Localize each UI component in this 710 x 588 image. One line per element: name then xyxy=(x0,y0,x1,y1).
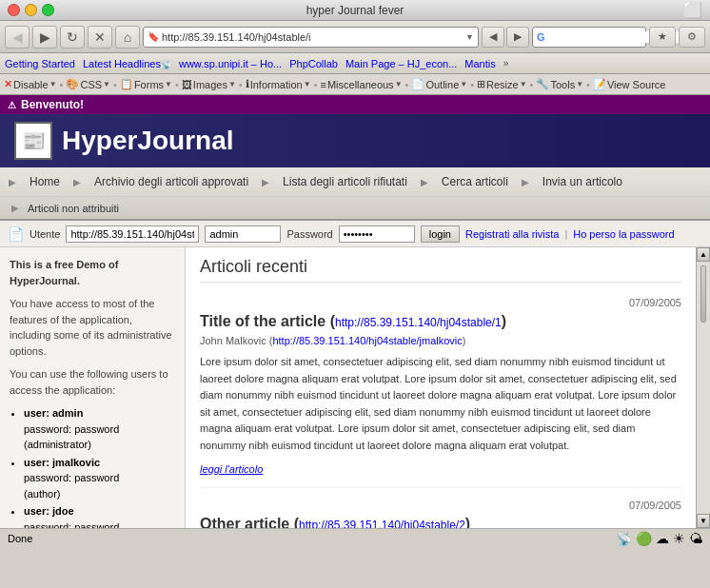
scrollbar[interactable]: ▲ ▼ xyxy=(696,247,710,528)
two-col-layout: This is a free Demo of HyperJournal. You… xyxy=(0,247,710,528)
nav-arrow-5: ▶ xyxy=(518,177,533,187)
rss-status-icon: 📡 xyxy=(616,531,632,546)
nav-bar: ▶ Home ▶ Archivio degli articoli approva… xyxy=(0,167,710,221)
address-icon: 🔖 xyxy=(148,31,159,42)
register-link[interactable]: Registrati alla rivista xyxy=(465,228,559,240)
login-page-icon: 📄 xyxy=(8,226,24,242)
minimize-button[interactable] xyxy=(25,4,37,16)
extensions-bar: ✕ Disable ▼ • 🎨 CSS ▼ • 📋 Forms ▼ • 🖼 Im… xyxy=(0,74,710,95)
bookmark-getting-started[interactable]: Getting Started xyxy=(5,58,75,69)
list-item: user: jmalkovic password: password (auth… xyxy=(24,455,175,502)
bookmark-main-page[interactable]: Main Page – HJ_econ... xyxy=(345,58,457,69)
login-bar: 📄 Utente Password login Registrati alla … xyxy=(0,221,710,247)
reload-button[interactable]: ↻ xyxy=(60,26,85,49)
nav-lista[interactable]: Lista degli articoli rifiutati xyxy=(273,171,417,192)
address-bar[interactable]: 🔖 ▼ xyxy=(143,27,479,48)
title-bar: hyper Journal fever ⬜ xyxy=(0,0,710,21)
user-jmalkovic-password: password: password xyxy=(24,472,119,483)
articles-title: Articoli recenti xyxy=(200,257,681,283)
login-button[interactable]: login xyxy=(421,225,460,243)
ext-images[interactable]: 🖼 Images ▼ xyxy=(182,79,236,90)
status-icons: 📡 🟢 ☁ ☀ 🌤 xyxy=(616,531,702,546)
site-header: 📰 HyperJournal xyxy=(0,114,710,167)
nav-home[interactable]: Home xyxy=(20,171,69,192)
stop-button[interactable]: ✕ xyxy=(88,26,112,49)
user-jdoe-label: user: jdoe xyxy=(24,505,74,517)
security-status-icon: 🟢 xyxy=(636,531,652,546)
bookmark-phpcollab[interactable]: PhpCollab xyxy=(289,58,338,69)
resize-ext-icon: ⊞ xyxy=(477,78,485,90)
welcome-text: Benvenuto! xyxy=(21,98,84,111)
ext-information[interactable]: ℹ Information ▼ xyxy=(246,78,311,90)
main-content: Articoli recenti 07/09/2005 Title of the… xyxy=(186,247,696,528)
ext-forms[interactable]: 📋 Forms ▼ xyxy=(120,78,172,90)
article-divider xyxy=(200,487,681,488)
forms-arrow: ▼ xyxy=(165,80,172,88)
bookmark-sp-unipi[interactable]: www.sp.unipi.it – Ho... xyxy=(179,58,282,69)
nav-archivio[interactable]: Archivio degli articoli approvati xyxy=(85,171,258,192)
bookmark-latest-headlines[interactable]: Latest Headlines📡 xyxy=(83,58,171,69)
ext-resize[interactable]: ⊞ Resize ▼ xyxy=(477,78,527,90)
article-1-title-link[interactable]: http://85.39.151.140/hj04stable/1 xyxy=(335,316,502,329)
address-dropdown-arrow[interactable]: ▼ xyxy=(465,32,474,42)
logo-icon: 📰 xyxy=(22,129,46,152)
article-1-body: Lore ipsum dolor sit amet, consectetuer … xyxy=(200,354,681,455)
ext-view-source[interactable]: 📝 View Source xyxy=(593,78,666,90)
outline-arrow: ▼ xyxy=(460,80,467,88)
article-2-date: 07/09/2005 xyxy=(200,500,681,511)
nav-invia[interactable]: Invia un articolo xyxy=(533,171,632,192)
user-jmalkovic-label: user: jmalkovic xyxy=(24,457,100,468)
images-arrow: ▼ xyxy=(228,80,236,88)
article-1-author-link[interactable]: http://85.39.151.140/hj04stable/jmalkovi… xyxy=(272,335,462,346)
address-input[interactable] xyxy=(162,31,463,43)
utente-label: Utente xyxy=(30,228,60,240)
settings-button[interactable]: ⚙ xyxy=(679,27,705,48)
close-button[interactable] xyxy=(8,4,20,16)
ext-outline[interactable]: 📄 Outline ▼ xyxy=(411,78,467,90)
resize-arrow: ▼ xyxy=(520,80,527,88)
bookmark-add-button[interactable]: ★ xyxy=(649,27,676,48)
ext-disable[interactable]: ✕ Disable ▼ xyxy=(4,78,57,90)
bookmarks-more[interactable]: » xyxy=(503,58,509,69)
window-title: hyper Journal fever xyxy=(306,4,404,17)
forward-button[interactable]: ▶ xyxy=(32,26,57,49)
welcome-icon: ⚠ xyxy=(8,100,16,110)
forgot-password-link[interactable]: Ho perso la password xyxy=(573,228,674,240)
disable-icon: ✕ xyxy=(4,78,12,90)
article-1-read-more[interactable]: leggi l'articolo xyxy=(200,463,263,475)
article-2-title-link[interactable]: http://85.39.151.140/hj04stable/2 xyxy=(299,519,465,528)
ext-miscellaneous[interactable]: ≡ Miscellaneous ▼ xyxy=(321,79,403,90)
outline-icon: 📄 xyxy=(411,78,424,90)
go-fwd-btn[interactable]: ▶ xyxy=(506,27,529,48)
password-label: Password xyxy=(286,228,332,240)
window-controls[interactable] xyxy=(8,4,54,16)
nav-arrow-4: ▶ xyxy=(417,177,432,187)
css-icon: 🎨 xyxy=(66,78,79,90)
scroll-down-button[interactable]: ▼ xyxy=(697,514,710,528)
nav-cerca[interactable]: Cerca articoli xyxy=(432,171,518,192)
article-2-title: Other article (http://85.39.151.140/hj04… xyxy=(200,516,681,528)
username-input[interactable] xyxy=(205,225,281,243)
nav-articoli-non-attribuiti[interactable]: Articoli non attribuiti xyxy=(28,203,119,214)
article-1-author: John Malkovic (http://85.39.151.140/hj04… xyxy=(200,335,681,346)
scroll-thumb[interactable] xyxy=(700,265,706,323)
go-back-btn[interactable]: ◀ xyxy=(482,27,504,48)
search-bar[interactable]: G xyxy=(532,27,646,48)
browser-toolbar: ◀ ▶ ↻ ✕ ⌂ 🔖 ▼ ◀ ▶ G ★ ⚙ xyxy=(0,21,710,53)
weather-icon-3: 🌤 xyxy=(689,531,702,546)
list-item: user: jdoe password: password (author) xyxy=(24,503,175,528)
maximize-button[interactable] xyxy=(42,4,54,16)
images-icon: 🖼 xyxy=(182,79,192,90)
weather-icon-2: ☀ xyxy=(673,531,685,546)
password-input[interactable] xyxy=(339,225,415,243)
home-button[interactable]: ⌂ xyxy=(115,26,140,49)
ext-tools[interactable]: 🔧 Tools ▼ xyxy=(536,78,583,90)
bookmark-mantis[interactable]: Mantis xyxy=(464,58,495,69)
sidebar: This is a free Demo of HyperJournal. You… xyxy=(0,247,186,528)
sidebar-users-intro: You can use the following users to acces… xyxy=(10,366,175,398)
ext-css[interactable]: 🎨 CSS ▼ xyxy=(66,78,110,90)
url-input[interactable] xyxy=(66,225,199,243)
back-button[interactable]: ◀ xyxy=(5,26,30,49)
user-admin-password: password: password xyxy=(24,423,119,435)
scroll-up-button[interactable]: ▲ xyxy=(697,247,710,262)
